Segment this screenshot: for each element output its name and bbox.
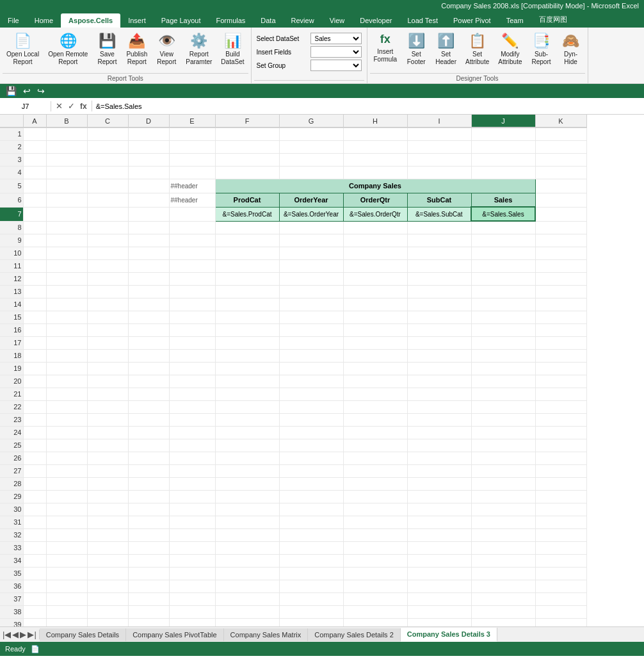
dyn-hide-button[interactable]: 🙈 Dyn-Hide — [557, 30, 585, 69]
cell-K4[interactable] — [535, 166, 586, 179]
col-header-J[interactable]: J — [471, 115, 535, 127]
select-dataset-dropdown[interactable]: Sales — [310, 33, 362, 44]
cell-D4[interactable] — [128, 166, 169, 179]
cell-G3[interactable] — [279, 153, 343, 166]
cell-A4[interactable] — [23, 166, 46, 179]
cell-H4[interactable] — [343, 166, 407, 179]
tab-developer[interactable]: Developer — [352, 13, 399, 28]
tab-formulas[interactable]: Formulas — [208, 13, 253, 28]
tab-power-pivot[interactable]: Power Pivot — [446, 13, 499, 28]
set-attribute-button[interactable]: 📋 SetAttribute — [462, 30, 493, 69]
col-header-A[interactable]: A — [23, 115, 46, 127]
cell-K5[interactable] — [535, 179, 586, 193]
qa-redo-button[interactable]: ↪ — [35, 85, 47, 97]
cell-A3[interactable] — [23, 153, 46, 166]
sheet-tab-details-3[interactable]: Company Sales Details 3 — [401, 628, 497, 642]
sheet-nav-prev-icon[interactable]: ◀ — [12, 630, 19, 639]
cell-E7[interactable] — [169, 207, 215, 221]
set-footer-button[interactable]: ⬇️ SetFooter — [402, 30, 430, 69]
qa-undo-button[interactable]: ↩ — [21, 85, 33, 97]
cell-A5[interactable] — [23, 179, 46, 193]
formula-input[interactable] — [92, 101, 644, 111]
cell-G7-sales-orderyear[interactable]: &=Sales.OrderYear — [279, 207, 343, 221]
tab-data[interactable]: Data — [253, 13, 283, 28]
cell-D1[interactable] — [128, 127, 169, 140]
cell-G2[interactable] — [279, 140, 343, 153]
cell-I3[interactable] — [407, 153, 471, 166]
tab-page-layout[interactable]: Page Layout — [154, 13, 209, 28]
cell-E1[interactable] — [169, 127, 215, 140]
cell-D7[interactable] — [128, 207, 169, 221]
tab-view[interactable]: View — [322, 13, 353, 28]
cell-C2[interactable] — [87, 140, 128, 153]
cell-H6-orderqtr[interactable]: OrderQtr — [343, 193, 407, 207]
sheet-tab-details-2[interactable]: Company Sales Details 2 — [308, 628, 401, 641]
cell-B1[interactable] — [46, 127, 87, 140]
cell-E2[interactable] — [169, 140, 215, 153]
save-report-button[interactable]: 💾 SaveReport — [93, 30, 121, 69]
set-group-dropdown[interactable] — [310, 60, 362, 71]
cell-F5-company-sales[interactable]: Company Sales — [215, 179, 535, 193]
cell-C4[interactable] — [87, 166, 128, 179]
confirm-formula-icon[interactable]: ✓ — [66, 101, 77, 111]
insert-formula-button[interactable]: fx InsertFormula — [370, 30, 401, 66]
cell-K1[interactable] — [535, 127, 586, 140]
cell-F2[interactable] — [215, 140, 279, 153]
cell-B6[interactable] — [46, 193, 87, 207]
cell-H7-sales-orderqtr[interactable]: &=Sales.OrderQtr — [343, 207, 407, 221]
cell-A7[interactable] — [23, 207, 46, 221]
grid-scroll[interactable]: A B C D E F G H I J K — [0, 115, 644, 626]
col-header-F[interactable]: F — [215, 115, 279, 127]
cell-F6-prodcat[interactable]: ProdCat — [215, 193, 279, 207]
cell-I6-subcat[interactable]: SubCat — [407, 193, 471, 207]
cell-C3[interactable] — [87, 153, 128, 166]
cell-I7-sales-subcat[interactable]: &=Sales.SubCat — [407, 207, 471, 221]
col-header-H[interactable]: H — [343, 115, 407, 127]
cancel-formula-icon[interactable]: ✕ — [54, 101, 65, 111]
cell-C1[interactable] — [87, 127, 128, 140]
cell-G1[interactable] — [279, 127, 343, 140]
cell-A8[interactable] — [23, 221, 46, 234]
report-parameter-button[interactable]: ⚙️ ReportParamter — [182, 30, 216, 69]
sheet-tab-pivot-table[interactable]: Company Sales PivotTable — [126, 628, 223, 641]
cell-F3[interactable] — [215, 153, 279, 166]
cell-H3[interactable] — [343, 153, 407, 166]
cell-K3[interactable] — [535, 153, 586, 166]
cell-I1[interactable] — [407, 127, 471, 140]
col-header-G[interactable]: G — [279, 115, 343, 127]
tab-insert[interactable]: Insert — [120, 13, 154, 28]
cell-B3[interactable] — [46, 153, 87, 166]
cell-B2[interactable] — [46, 140, 87, 153]
cell-F4[interactable] — [215, 166, 279, 179]
cell-F7-sales-prodcat[interactable]: &=Sales.ProdCat — [215, 207, 279, 221]
set-header-button[interactable]: ⬆️ SetHeader — [431, 30, 460, 69]
cell-G4[interactable] — [279, 166, 343, 179]
col-header-B[interactable]: B — [46, 115, 87, 127]
col-header-I[interactable]: I — [407, 115, 471, 127]
sheet-tab-matrix[interactable]: Company Sales Matrix — [224, 628, 309, 641]
cell-J3[interactable] — [471, 153, 535, 166]
cell-J1[interactable] — [471, 127, 535, 140]
modify-attribute-button[interactable]: ✏️ ModifyAttribute — [494, 30, 526, 69]
cell-D5[interactable] — [128, 179, 169, 193]
build-dataset-button[interactable]: 📊 BuildDataSet — [217, 30, 248, 69]
sheet-nav-first-icon[interactable]: |◀ — [3, 630, 11, 639]
cell-I2[interactable] — [407, 140, 471, 153]
cell-E4[interactable] — [169, 166, 215, 179]
cell-B7[interactable] — [46, 207, 87, 221]
insert-function-icon[interactable]: fx — [78, 101, 89, 111]
qa-save-button[interactable]: 💾 — [4, 85, 19, 97]
cell-A1[interactable] — [23, 127, 46, 140]
tab-home[interactable]: Home — [27, 13, 61, 28]
cell-A2[interactable] — [23, 140, 46, 153]
open-remote-report-button[interactable]: 🌐 Open RemoteReport — [44, 30, 92, 69]
cell-J4[interactable] — [471, 166, 535, 179]
cell-B4[interactable] — [46, 166, 87, 179]
tab-review[interactable]: Review — [284, 13, 322, 28]
cell-F1[interactable] — [215, 127, 279, 140]
col-header-C[interactable]: C — [87, 115, 128, 127]
cell-E3[interactable] — [169, 153, 215, 166]
cell-reference-input[interactable] — [0, 101, 51, 111]
tab-team[interactable]: Team — [499, 13, 531, 28]
cell-H1[interactable] — [343, 127, 407, 140]
